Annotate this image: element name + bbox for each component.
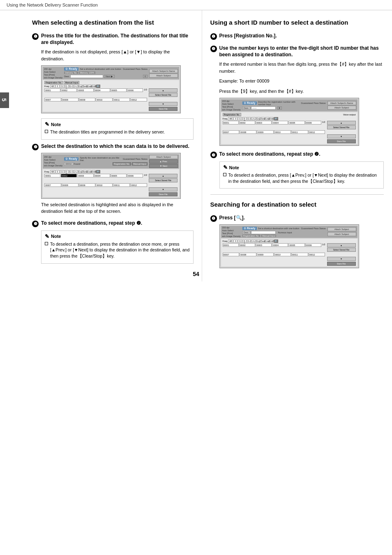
right-step-3-number: ❸ (210, 152, 217, 158)
device-screenshot-1: 200 dpi Auto Select Test [Print] w/o Ima… (41, 65, 181, 113)
bottom-step-1-header: ❶ Press [🔍]. (210, 214, 384, 222)
page-number: 54 (193, 271, 199, 277)
note-1-header: ✎ Note (45, 121, 190, 127)
right-step-1-text: Press [Registration No.]. (219, 32, 277, 39)
right-step-2-example: Example: To enter 00009 (219, 78, 384, 85)
right-note-icon-3: ✎ (223, 164, 228, 170)
right-step-1-number: ❶ (210, 33, 217, 40)
right-step-2-number: ❷ (210, 46, 217, 52)
step-2-header: ❷ Select the destination to which the sc… (32, 143, 194, 150)
right-step-2-block: ❷ Use the number keys to enter the five-… (210, 45, 384, 146)
step-3-header: ❸ To select more destinations, repeat st… (32, 220, 194, 227)
step-3-number: ❸ (32, 221, 39, 227)
note-1: ✎ Note The destination titles are progra… (41, 118, 194, 140)
right-step-3-block: ❸ To select more destinations, repeat st… (210, 151, 384, 189)
step-1-block: ❶ Press the title for the destination. T… (32, 32, 194, 114)
bottom-step-1-text: Press [🔍]. (219, 214, 245, 221)
note-1-item-1: The destination titles are programmed in… (45, 129, 190, 135)
note-icon-3: ✎ (45, 233, 49, 240)
divider-right (210, 194, 384, 195)
left-section-title: When selecting a destination from the li… (32, 18, 194, 27)
right-step-2-body: If the entered number is less than five … (219, 61, 384, 74)
note-label-1: Note (51, 122, 61, 127)
right-note-3-header: ✎ Note (223, 164, 380, 170)
right-step-1-header: ❶ Press [Registration No.]. (210, 32, 384, 40)
right-step-2-header: ❷ Use the number keys to enter the five-… (210, 45, 384, 59)
step-2-body: The selected destination is highlighted … (41, 201, 194, 215)
device-screenshot-right: 200 dpi Auto Select Test [Print] w/o Ima… (219, 98, 359, 146)
note-icon-1: ✎ (45, 121, 49, 127)
note-checkbox-3 (45, 242, 48, 245)
right-column: Using a short ID number to select a dest… (202, 10, 392, 281)
page-header: Using the Network Delivery Scanner Funct… (0, 0, 392, 10)
page-wrapper: Using the Network Delivery Scanner Funct… (0, 0, 392, 281)
device-screenshot-bottom: 200 dpi Auto Select Test [Print] w/o Ima… (219, 224, 359, 268)
right-step-3-header: ❸ To select more destinations, repeat st… (210, 151, 384, 158)
right-step-1-block: ❶ Press [Registration No.]. (210, 32, 384, 40)
right-note-3: ✎ Note To deselect a destination, press … (219, 161, 384, 189)
bottom-step-1-block: ❶ Press [🔍]. 200 dpi Auto Select Test [P… (210, 214, 384, 268)
chapter-tab: 5 (0, 92, 9, 108)
step-1-number: ❶ (32, 33, 39, 40)
note-label-3: Note (51, 234, 61, 239)
step-1-text: Press the title for the destination. The… (41, 32, 194, 46)
step-2-number: ❷ (32, 144, 39, 150)
note-3-text: To deselect a destination, press the des… (50, 241, 190, 259)
note-3-item-1: To deselect a destination, press the des… (45, 241, 190, 259)
right-note-3-item-1: To deselect a destination, press [▲Prev.… (223, 172, 380, 184)
right-section-title: Using a short ID number to select a dest… (210, 18, 384, 27)
note-1-text: The destination titles are programmed in… (50, 129, 165, 135)
right-note-3-text: To deselect a destination, press [▲Prev.… (228, 172, 380, 184)
right-step-2-example2: Press the【9】key, and then the【#】key. (219, 88, 384, 95)
note-3-header: ✎ Note (45, 233, 190, 240)
right-step-2-text: Use the number keys to enter the five-di… (219, 45, 384, 59)
right-note-label-3: Note (229, 165, 239, 170)
right-step-3-text: To select more destinations, repeat step… (219, 151, 321, 158)
step-3-block: ❸ To select more destinations, repeat st… (32, 220, 194, 264)
note-3: ✎ Note To deselect a destination, press … (41, 230, 194, 264)
left-column: When selecting a destination from the li… (12, 10, 202, 281)
bottom-step-1-number: ❶ (210, 215, 217, 222)
step-2-block: ❷ Select the destination to which the sc… (32, 143, 194, 215)
note-checkbox-1 (45, 130, 48, 133)
step-3-text: To select more destinations, repeat step… (41, 220, 142, 227)
step-1-body: If the destination is not displayed, pre… (41, 48, 194, 62)
step-1-header: ❶ Press the title for the destination. T… (32, 32, 194, 46)
header-title: Using the Network Delivery Scanner Funct… (7, 2, 98, 7)
right-note-checkbox-3 (223, 173, 226, 176)
device-screenshot-2: 200 dpi Auto Select Test [Print] w/o Ima… (41, 153, 181, 199)
bottom-section-title: Searching for a destination to select (210, 200, 384, 209)
step-2-text: Select the destination to which the scan… (41, 143, 189, 150)
